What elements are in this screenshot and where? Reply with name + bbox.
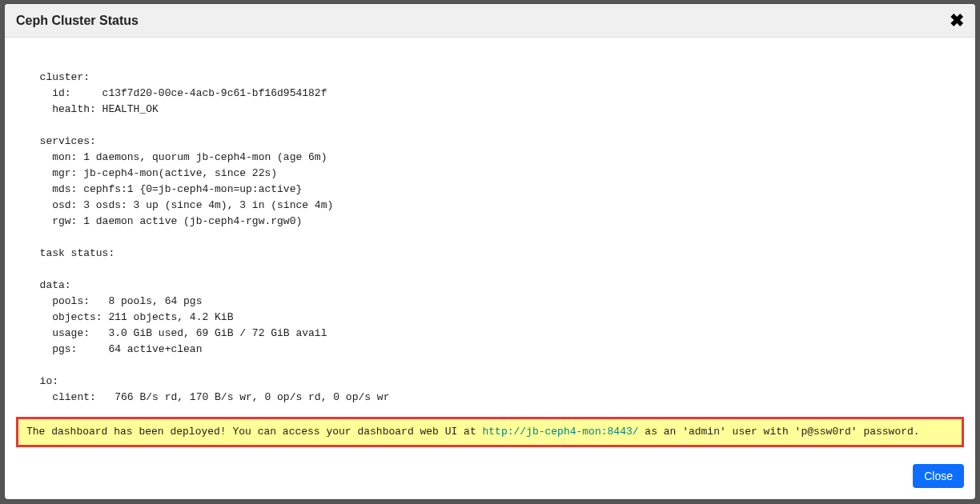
dashboard-deployed-banner: The dashboard has been deployed! You can… (16, 417, 964, 447)
data-header: data: (27, 279, 71, 291)
data-pools: pools: 8 pools, 64 pgs (27, 295, 202, 307)
status-output: cluster: id: c13f7d20-00ce-4acb-9c61-bf1… (16, 54, 964, 406)
cluster-header: cluster: (27, 71, 90, 83)
close-button[interactable]: Close (913, 464, 964, 488)
io-client: client: 766 B/s rd, 170 B/s wr, 0 op/s r… (27, 391, 389, 403)
cluster-health: health: HEALTH_OK (27, 103, 159, 115)
modal-title: Ceph Cluster Status (16, 14, 139, 28)
close-icon[interactable]: ✖ (950, 12, 964, 30)
data-objects: objects: 211 objects, 4.2 KiB (27, 311, 233, 323)
task-status-header: task status: (27, 247, 114, 259)
services-rgw: rgw: 1 daemon active (jb-ceph4-rgw.rgw0) (27, 215, 302, 227)
data-usage: usage: 3.0 GiB used, 69 GiB / 72 GiB ava… (27, 327, 327, 339)
cluster-id: id: c13f7d20-00ce-4acb-9c61-bf16d954182f (27, 87, 327, 99)
status-modal: Ceph Cluster Status ✖ cluster: id: c13f7… (5, 4, 975, 499)
modal-header: Ceph Cluster Status ✖ (5, 4, 975, 38)
modal-footer: Close (5, 454, 975, 499)
services-mds: mds: cephfs:1 {0=jb-ceph4-mon=up:active} (27, 183, 302, 195)
dashboard-url-link[interactable]: http://jb-ceph4-mon:8443/ (483, 426, 639, 438)
services-header: services: (27, 135, 96, 147)
banner-text-before: The dashboard has been deployed! You can… (26, 426, 483, 438)
io-header: io: (27, 375, 58, 387)
services-mon: mon: 1 daemons, quorum jb-ceph4-mon (age… (27, 151, 327, 163)
services-osd: osd: 3 osds: 3 up (since 4m), 3 in (sinc… (27, 199, 333, 211)
modal-body: cluster: id: c13f7d20-00ce-4acb-9c61-bf1… (5, 38, 975, 454)
services-mgr: mgr: jb-ceph4-mon(active, since 22s) (27, 167, 277, 179)
data-pgs: pgs: 64 active+clean (27, 343, 202, 355)
banner-text-after: as an 'admin' user with 'p@ssw0rd' passw… (645, 426, 919, 438)
